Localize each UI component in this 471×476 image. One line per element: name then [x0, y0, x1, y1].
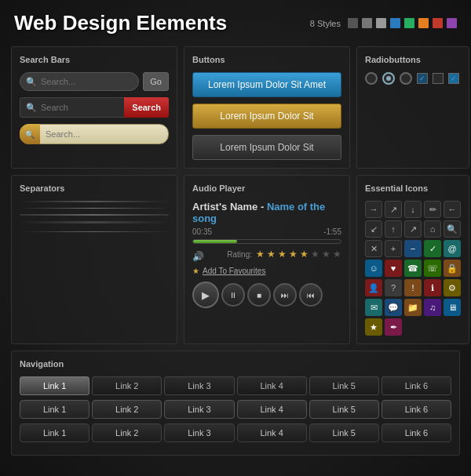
- at-icon[interactable]: @: [444, 240, 461, 257]
- arrow-right-icon[interactable]: →: [365, 201, 382, 218]
- search-icon[interactable]: 🔍: [444, 220, 461, 238]
- nav-link-3-6[interactable]: Link 6: [382, 423, 451, 442]
- radio-3[interactable]: [400, 72, 412, 85]
- rating-star-5[interactable]: ★: [300, 249, 309, 260]
- mail-icon[interactable]: ✉: [365, 299, 382, 316]
- volume-icon[interactable]: 🔊: [192, 251, 204, 262]
- up-icon[interactable]: ↑: [385, 220, 402, 238]
- nav-row-2: Link 1 Link 2 Link 3 Link 4 Link 5 Link …: [20, 400, 451, 419]
- music-icon[interactable]: ♫: [424, 299, 441, 316]
- nav-link-2-6[interactable]: Link 6: [382, 400, 451, 419]
- search-input-3[interactable]: [20, 124, 169, 144]
- button-dark[interactable]: Lorem Ipsum Dolor Sit: [192, 135, 341, 160]
- swatch-7[interactable]: [433, 18, 443, 28]
- nav-link-1-3[interactable]: Link 3: [164, 376, 234, 395]
- external-icon[interactable]: ↗: [404, 220, 422, 238]
- rating-star-7[interactable]: ★: [322, 249, 330, 260]
- call-icon[interactable]: ☏: [424, 260, 441, 277]
- swatch-5[interactable]: [404, 18, 414, 28]
- cursor-icon[interactable]: ↗: [385, 201, 402, 218]
- gold-search-icon: 🔍: [20, 124, 40, 144]
- checkbox-3[interactable]: ✓: [448, 73, 459, 84]
- chat-icon[interactable]: 💬: [385, 299, 402, 316]
- search-button-red[interactable]: Search: [124, 97, 169, 118]
- nav-link-2-2[interactable]: Link 2: [92, 400, 162, 419]
- audio-artist-row: Artist's Name - Name of the song: [192, 201, 341, 224]
- warning-icon[interactable]: !: [404, 279, 422, 296]
- rating-star-2[interactable]: ★: [267, 249, 276, 260]
- fav-label[interactable]: Add To Favourites: [203, 267, 265, 275]
- swatch-2[interactable]: [362, 18, 372, 28]
- nav-link-2-3[interactable]: Link 3: [164, 400, 234, 419]
- info-icon[interactable]: ℹ: [424, 279, 441, 296]
- face-icon[interactable]: ☺: [365, 260, 382, 277]
- nav-link-3-1[interactable]: Link 1: [20, 423, 89, 442]
- arrow-left-icon[interactable]: ←: [444, 201, 461, 218]
- rating-star-6[interactable]: ★: [311, 249, 319, 260]
- pencil2-icon[interactable]: ✒: [385, 318, 402, 336]
- button-gold[interactable]: Lorem Ipsum Dolor Sit: [192, 104, 341, 129]
- edit-icon[interactable]: ✏: [424, 201, 441, 218]
- swatch-6[interactable]: [418, 18, 429, 28]
- screen-icon[interactable]: 🖥: [444, 299, 461, 316]
- nav-link-1-4[interactable]: Link 4: [237, 376, 307, 395]
- prev-button[interactable]: ⏮: [299, 283, 323, 307]
- nav-link-2-1[interactable]: Link 1: [20, 400, 89, 419]
- swatch-1[interactable]: [348, 18, 358, 28]
- nav-link-3-5[interactable]: Link 5: [309, 423, 379, 442]
- minus-icon[interactable]: −: [404, 240, 422, 257]
- heart-icon[interactable]: ♥: [385, 260, 402, 277]
- icons-grid: → ↗ ↓ ✏ ← ↙ ↑ ↗ ⌂ 🔍 ✕ + − ✓ @ ☺ ♥ ☎ ☏ 🔒 …: [365, 201, 461, 336]
- download-icon[interactable]: ↓: [404, 201, 422, 218]
- cursor2-icon[interactable]: ↙: [365, 220, 382, 238]
- rating-star-4[interactable]: ★: [289, 249, 298, 260]
- nav-link-3-4[interactable]: Link 4: [237, 423, 307, 442]
- search-wrap-3: 🔍: [20, 124, 169, 144]
- close-icon[interactable]: ✕: [365, 240, 382, 257]
- checkbox-1[interactable]: ✓: [417, 73, 428, 84]
- nav-link-2-4[interactable]: Link 4: [237, 400, 307, 419]
- nav-link-1-6[interactable]: Link 6: [382, 376, 451, 395]
- go-button[interactable]: Go: [143, 72, 169, 91]
- stop-button[interactable]: ■: [247, 283, 271, 307]
- separator-1: [20, 201, 169, 202]
- rating-star-8[interactable]: ★: [333, 249, 341, 260]
- page-title: Web Design Elements: [14, 11, 227, 35]
- search-input-1[interactable]: [20, 72, 139, 91]
- home-icon[interactable]: ⌂: [424, 220, 441, 238]
- rating-star-1[interactable]: ★: [256, 249, 265, 260]
- pause-button[interactable]: ⏸: [221, 283, 245, 307]
- lock-icon[interactable]: 🔒: [444, 260, 461, 277]
- swatch-4[interactable]: [390, 18, 400, 28]
- audio-time-remaining: -1:55: [323, 227, 341, 236]
- checkbox-2[interactable]: [433, 73, 444, 84]
- play-button[interactable]: ▶: [192, 282, 219, 308]
- search-bar-1-row: 🔍 Go: [20, 72, 169, 91]
- search-icon-1: 🔍: [26, 77, 37, 87]
- next-button[interactable]: ⏭: [273, 283, 297, 307]
- folder-icon[interactable]: 📁: [404, 299, 422, 316]
- check-icon[interactable]: ✓: [424, 240, 441, 257]
- button-blue[interactable]: Lorem Ipsum Dolor Sit Amet: [192, 72, 341, 97]
- audio-player-section: Audio Player Artist's Name - Name of the…: [184, 175, 350, 344]
- plus-icon[interactable]: +: [385, 240, 402, 257]
- person-icon[interactable]: 👤: [365, 279, 382, 296]
- nav-link-1-1[interactable]: Link 1: [20, 376, 89, 395]
- nav-link-3-3[interactable]: Link 3: [164, 423, 234, 442]
- nav-link-3-2[interactable]: Link 2: [92, 423, 162, 442]
- nav-link-2-5[interactable]: Link 5: [309, 400, 379, 419]
- nav-link-1-5[interactable]: Link 5: [309, 376, 379, 395]
- search-wrap-2: 🔍 Search: [20, 97, 169, 118]
- header: Web Design Elements 8 Styles: [0, 0, 471, 43]
- phone-icon[interactable]: ☎: [404, 260, 422, 277]
- swatch-8[interactable]: [447, 18, 457, 28]
- settings-icon[interactable]: ⚙: [444, 279, 461, 296]
- swatch-3[interactable]: [376, 18, 386, 28]
- question-icon[interactable]: ?: [385, 279, 402, 296]
- progress-bar[interactable]: [192, 239, 341, 244]
- rating-star-3[interactable]: ★: [278, 249, 287, 260]
- nav-link-1-2[interactable]: Link 2: [92, 376, 162, 395]
- radio-2[interactable]: [382, 72, 395, 85]
- star-icon[interactable]: ★: [365, 318, 382, 336]
- radio-1[interactable]: [365, 72, 378, 85]
